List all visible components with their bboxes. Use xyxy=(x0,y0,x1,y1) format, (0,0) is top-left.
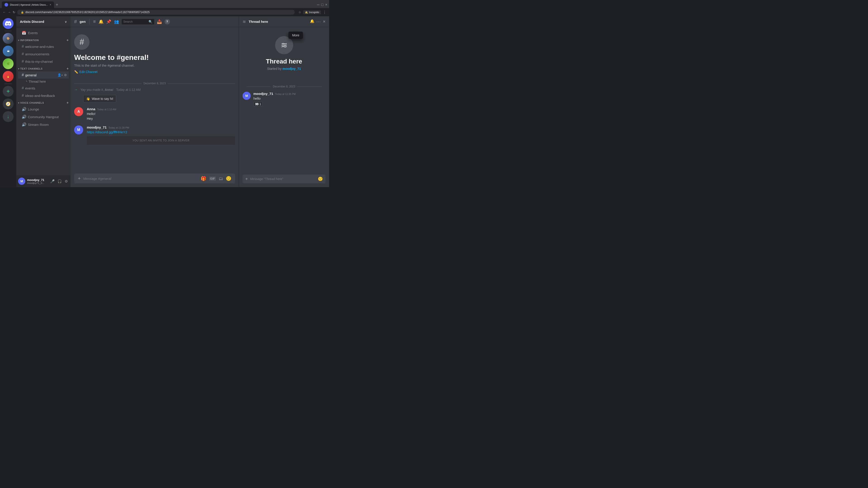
members-icon[interactable]: 👥 xyxy=(114,19,119,24)
channel-events[interactable]: # events xyxy=(18,85,69,92)
channel-stream-room[interactable]: 🔊 Stream Room xyxy=(18,121,69,128)
channel-name: ideas-and-feedback xyxy=(25,94,55,98)
category-voice-channels-chevron: ▾ xyxy=(18,102,20,104)
thread-header-actions: 🔔 ⋯ More × xyxy=(310,19,326,24)
notifications-icon[interactable]: 🔔 xyxy=(98,19,103,24)
thread-add-button[interactable]: + xyxy=(245,176,248,182)
download-button[interactable]: ↓ xyxy=(3,111,13,122)
gif-button[interactable]: GIF xyxy=(209,176,216,181)
thread-moodjoy-avatar: M xyxy=(243,92,251,100)
wave-label: Wave to say hi! xyxy=(92,97,113,101)
thread-message-input[interactable] xyxy=(250,175,315,183)
anna-message-header: Anna Today at 1:13 AM xyxy=(87,107,235,111)
moodjoy-link: https://discord.gg/fffHHeY2 xyxy=(87,130,235,134)
thread-intro: ≋ Thread here Started by moodjoy_71 xyxy=(239,27,329,79)
channel-this-is-my-channel[interactable]: # this-is-my-channel xyxy=(18,58,69,65)
date-divider: December 8, 2023 xyxy=(70,80,239,87)
server-dropdown-icon[interactable]: ∨ xyxy=(65,20,67,24)
discord-invite-link[interactable]: https://discord.gg/fffHHeY2 xyxy=(87,130,127,134)
thread-message-1: M moodjoy_71 Today at 11:35 PM hello 👀 1 xyxy=(243,90,326,108)
channel-announcements[interactable]: # announcements xyxy=(18,51,69,58)
speaker-icon: 🔊 xyxy=(22,122,26,127)
thread-close-button[interactable]: × xyxy=(323,19,326,24)
deafen-icon[interactable]: 🎧 xyxy=(57,178,63,184)
thread-bell-button[interactable]: 🔔 xyxy=(310,19,314,24)
back-button[interactable]: ← xyxy=(3,10,6,14)
channel-name: Lounge xyxy=(28,107,39,111)
thread-date-label: December 8, 2023 xyxy=(273,85,295,88)
close-window-button[interactable]: × xyxy=(325,3,327,7)
gift-icon[interactable]: 🎁 xyxy=(201,176,206,181)
channel-intro-desc: This is the start of the #general channe… xyxy=(74,64,235,67)
pin-icon[interactable]: 📌 xyxy=(106,19,111,24)
category-information[interactable]: ▾ INFORMATION + xyxy=(16,37,70,43)
date-label: December 8, 2023 xyxy=(144,82,166,85)
server-icon-1[interactable]: 🎨 xyxy=(3,33,13,44)
emoji-icon[interactable]: 🙂 xyxy=(226,176,231,181)
maximize-button[interactable]: □ xyxy=(321,3,323,7)
anna-avatar: A xyxy=(74,107,83,116)
sidebar-item-events[interactable]: 📅 Events xyxy=(18,29,69,37)
server-icon-3[interactable]: 🌿 xyxy=(3,58,13,69)
thread-msg-content: moodjoy_71 Today at 11:35 PM hello 👀 1 xyxy=(253,92,296,106)
channel-lounge[interactable]: 🔊 Lounge xyxy=(18,105,69,113)
home-button[interactable] xyxy=(3,18,13,29)
wave-button-container: 👋 Wave to say hi! xyxy=(70,93,239,103)
server-icon-img-2: 🏔 xyxy=(3,46,13,57)
refresh-button[interactable]: ↻ xyxy=(13,10,16,14)
message-add-button[interactable]: + xyxy=(78,175,81,182)
inbox-icon[interactable]: 📥 xyxy=(157,19,162,24)
thread-emoji-button[interactable]: 🙂 xyxy=(318,176,323,182)
message-anna: A Anna Today at 1:13 AM Hello! Hey xyxy=(70,103,239,122)
message-input-tools: 🎁 GIF 🗂 🙂 xyxy=(201,176,231,181)
server-icon-2[interactable]: 🏔 xyxy=(3,46,13,57)
thread-msg-reaction[interactable]: 👀 1 xyxy=(253,102,263,106)
channel-community-hangout[interactable]: 🔊 Community Hangout xyxy=(18,113,69,121)
sidebar-header[interactable]: Artists Discord ∨ xyxy=(16,16,70,27)
url-bar[interactable]: 🔒 discord.com/channels/11823620100679352… xyxy=(17,10,295,15)
wave-button[interactable]: 👋 Wave to say hi! xyxy=(83,95,116,103)
category-text-channels[interactable]: ▾ TEXT CHANNELS + xyxy=(16,65,70,71)
discover-button[interactable]: 🧭 xyxy=(3,98,13,109)
add-text-channel-button[interactable]: + xyxy=(66,67,69,71)
server-icon-4[interactable]: 🔥 xyxy=(3,71,13,82)
thread-item-thread-here[interactable]: └ Thread here xyxy=(18,79,69,84)
threads-icon[interactable]: ≡ xyxy=(93,19,96,24)
channel-ideas-and-feedback[interactable]: # ideas-and-feedback xyxy=(18,92,69,99)
edit-channel-button[interactable]: ✏️ Edit Channel xyxy=(74,69,97,74)
more-tooltip: More xyxy=(288,32,303,39)
active-tab[interactable]: Discord | #general | Artists Disco... × xyxy=(2,1,54,8)
moodjoy-timestamp: Today at 11:28 PM xyxy=(108,126,129,129)
tab-close-button[interactable]: × xyxy=(50,3,51,6)
mute-icon[interactable]: 🎤 xyxy=(49,178,56,184)
minimize-button[interactable]: ─ xyxy=(317,3,319,7)
add-voice-channel-button[interactable]: + xyxy=(66,101,69,105)
add-server-button[interactable]: + xyxy=(3,86,13,97)
new-tab-button[interactable]: + xyxy=(55,2,59,8)
settings-icon[interactable]: ⚙ xyxy=(64,178,69,184)
channel-general[interactable]: # general 👤+ ⚙ xyxy=(18,71,69,78)
edit-channel-label: Edit Channel xyxy=(79,70,97,74)
add-information-channel-button[interactable]: + xyxy=(66,38,69,42)
browser-menu-button[interactable]: ⋮ xyxy=(323,10,327,14)
gear-icon[interactable]: ⚙ xyxy=(64,73,67,77)
message-input[interactable] xyxy=(84,174,198,183)
search-bar[interactable]: 🔍 xyxy=(122,19,154,24)
category-voice-channels[interactable]: ▾ VOICE CHANNELS + xyxy=(16,99,70,105)
server-name: Artists Discord xyxy=(20,20,44,24)
search-input[interactable] xyxy=(123,20,147,23)
channel-welcome-and-rules[interactable]: # welcome-and-rules xyxy=(18,43,69,50)
incognito-label: Incognito xyxy=(309,11,319,13)
user-avatar[interactable]: M xyxy=(18,177,25,185)
browser-tab-bar: Discord | #general | Artists Disco... × … xyxy=(0,0,329,8)
speaker-icon: 🔊 xyxy=(22,107,26,111)
help-icon[interactable]: ? xyxy=(164,19,170,24)
add-member-icon[interactable]: 👤+ xyxy=(57,73,63,77)
thread-more-button[interactable]: ⋯ xyxy=(316,19,321,24)
channel-name: this-is-my-channel xyxy=(25,60,53,64)
star-button[interactable]: ☆ xyxy=(298,10,301,14)
sticker-icon[interactable]: 🗂 xyxy=(219,176,223,181)
thread-started-by: Started by moodjoy_71 xyxy=(267,67,301,70)
forward-button[interactable]: → xyxy=(8,10,11,14)
tab-favicon xyxy=(4,3,8,6)
